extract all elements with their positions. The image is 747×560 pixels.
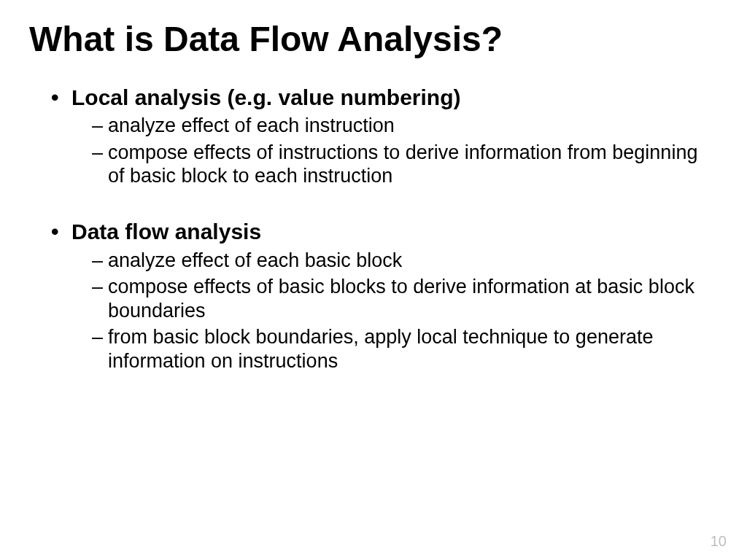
sub-bullet: analyze effect of each instruction <box>92 114 718 137</box>
bullet-heading: Local analysis (e.g. value numbering) <box>71 85 460 109</box>
bullet-list: Local analysis (e.g. value numbering) an… <box>29 84 718 373</box>
sub-bullet: compose effects of instructions to deriv… <box>92 141 718 188</box>
sub-bullet: compose effects of basic blocks to deriv… <box>92 275 718 322</box>
bullet-heading: Data flow analysis <box>71 219 261 244</box>
sub-list: analyze effect of each instruction compo… <box>71 114 718 187</box>
sub-list: analyze effect of each basic block compo… <box>71 249 718 373</box>
page-number: 10 <box>711 533 727 550</box>
bullet-local-analysis: Local analysis (e.g. value numbering) an… <box>51 84 718 188</box>
sub-bullet: analyze effect of each basic block <box>92 249 718 272</box>
slide-title: What is Data Flow Analysis? <box>29 20 718 59</box>
sub-bullet: from basic block boundaries, apply local… <box>92 325 718 373</box>
bullet-data-flow-analysis: Data flow analysis analyze effect of eac… <box>51 218 718 372</box>
spacer <box>51 190 718 215</box>
slide: What is Data Flow Analysis? Local analys… <box>0 0 747 560</box>
